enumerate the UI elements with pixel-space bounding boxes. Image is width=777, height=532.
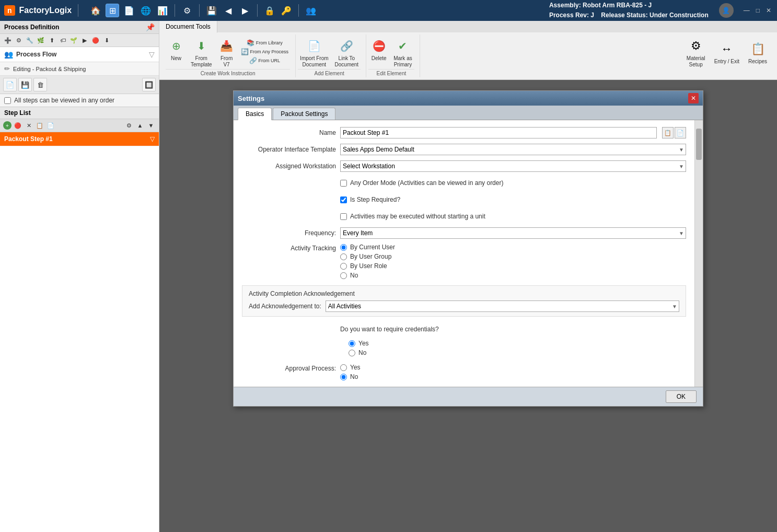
step-tb-6[interactable]: ⚙ — [124, 121, 134, 130]
back-icon[interactable]: ◀ — [222, 4, 235, 17]
maximize-button[interactable]: □ — [755, 7, 761, 14]
ribbon-right: ⚙ MaterialSetup ↔ Entry / Exit 📋 Recipes — [681, 34, 773, 71]
home-icon[interactable]: 🏠 — [89, 4, 102, 17]
radio-approval-yes-input[interactable] — [340, 364, 347, 371]
toolbar-sm-7[interactable]: 🌱 — [69, 36, 78, 45]
step-tb-4[interactable]: 📋 — [35, 121, 44, 130]
dialog-scrollbar[interactable] — [694, 120, 703, 387]
user-avatar[interactable]: 👤 — [719, 3, 734, 18]
close-button[interactable]: ✕ — [764, 7, 773, 14]
any-order-checkbox[interactable] — [4, 97, 11, 104]
create-wi-buttons: ⊕ New ⬇ FromTemplate 📥 FromV7 — [166, 34, 290, 69]
activities-unit-checkbox[interactable] — [340, 213, 347, 220]
users-icon[interactable]: 👥 — [304, 4, 318, 17]
save-icon[interactable]: 💾 — [205, 4, 218, 17]
toolbar-sm-4[interactable]: 🌿 — [36, 36, 45, 45]
tab-basics[interactable]: Basics — [238, 108, 272, 120]
new-icon: ⊕ — [168, 38, 184, 54]
toolbar-sm-2[interactable]: ⚙ — [14, 36, 24, 45]
toolbar-sm-3[interactable]: 🔧 — [25, 36, 34, 45]
name-paste-btn[interactable]: 📄 — [675, 127, 686, 138]
lock-icon[interactable]: 🔒 — [263, 4, 276, 17]
step-tb-5[interactable]: 📄 — [46, 121, 55, 130]
from-v7-icon: 📥 — [218, 38, 235, 54]
doc-btn-1[interactable]: 📄 — [3, 78, 17, 91]
material-setup-btn[interactable]: ⚙ MaterialSetup — [683, 37, 709, 69]
process-flow-expand[interactable]: ▽ — [149, 50, 155, 59]
key-icon[interactable]: 🔑 — [280, 4, 293, 17]
from-library-btn[interactable]: 📚 From Library — [239, 39, 291, 47]
step-required-checkbox[interactable] — [340, 196, 347, 203]
name-copy-btn[interactable]: 📋 — [662, 127, 674, 138]
from-url-btn[interactable]: 🔗 From URL — [239, 56, 291, 65]
radio-approval-yes[interactable]: Yes — [340, 364, 361, 371]
any-order-mode-label[interactable]: Any Order Mode (Activities can be viewed… — [340, 179, 503, 187]
radio-user-role[interactable]: By User Role — [340, 262, 395, 270]
new-btn[interactable]: ⊕ New — [166, 37, 187, 63]
step-tb-7[interactable]: ▲ — [135, 121, 145, 130]
step-tb-8[interactable]: ▼ — [146, 121, 156, 130]
mark-primary-btn[interactable]: ✔ Mark asPrimary — [391, 37, 414, 69]
ribbon-tab-document-tools[interactable]: Document Tools — [159, 21, 217, 33]
toolbar-sm-9[interactable]: 🔴 — [91, 36, 100, 45]
pin-icon[interactable]: 📌 — [146, 23, 155, 31]
entry-exit-btn[interactable]: ↔ Entry / Exit — [712, 40, 741, 66]
minimize-button[interactable]: — — [742, 7, 751, 14]
import-from-document-btn[interactable]: 📄 Import FromDocument — [298, 37, 330, 69]
radio-user-role-input[interactable] — [340, 263, 347, 270]
forward-icon[interactable]: ▶ — [238, 4, 252, 17]
step-tb-3[interactable]: ✕ — [24, 121, 33, 130]
name-field[interactable] — [340, 127, 657, 138]
radio-current-user[interactable]: By Current User — [340, 244, 395, 251]
radio-cred-yes[interactable]: Yes — [349, 340, 369, 347]
radio-approval-no-input[interactable] — [340, 374, 347, 380]
toolbar-sm-8[interactable]: ▶ — [80, 36, 89, 45]
radio-current-user-input[interactable] — [340, 244, 347, 251]
doc-btn-2[interactable]: 💾 — [18, 78, 32, 91]
doc-btn-4[interactable]: 🔲 — [142, 78, 156, 91]
any-order-mode-checkbox[interactable] — [340, 180, 347, 187]
toolbar-sm-10[interactable]: ⬇ — [102, 36, 111, 45]
step-required-label[interactable]: Is Step Required? — [340, 196, 400, 203]
frequency-select[interactable]: Every Item — [340, 227, 686, 239]
doc-btn-3[interactable]: 🗑 — [33, 78, 47, 91]
toolbar-sm-6[interactable]: 🏷 — [58, 36, 67, 45]
link-to-document-btn[interactable]: 🔗 Link ToDocument — [333, 37, 361, 69]
radio-cred-no-input[interactable] — [349, 350, 355, 356]
radio-cred-yes-input[interactable] — [349, 340, 355, 347]
radio-approval-no[interactable]: No — [340, 373, 361, 380]
scrollbar-thumb[interactable] — [696, 129, 702, 160]
process-flow-row[interactable]: 👥 Process Flow ▽ — [0, 47, 159, 62]
from-v7-btn[interactable]: 📥 FromV7 — [216, 37, 237, 69]
report-icon[interactable]: 📊 — [156, 4, 169, 17]
radio-no-tracking[interactable]: No — [340, 272, 395, 279]
toolbar-sm-5[interactable]: ⬆ — [47, 36, 56, 45]
radio-no-tracking-input[interactable] — [340, 272, 347, 279]
release-status-label: Release Status: — [601, 11, 647, 19]
step-add-btn[interactable]: + — [3, 121, 11, 130]
ok-button[interactable]: OK — [666, 390, 697, 403]
from-template-btn[interactable]: ⬇ FromTemplate — [189, 37, 214, 69]
recipes-btn[interactable]: 📋 Recipes — [745, 40, 771, 66]
any-order-checkbox-label[interactable]: All steps can be viewed in any order — [4, 97, 114, 104]
globe-icon[interactable]: 🌐 — [139, 4, 153, 17]
add-ack-select[interactable]: All Activities — [326, 300, 679, 312]
grid-icon[interactable]: ⊞ — [106, 4, 119, 17]
create-work-instruction-group: ⊕ New ⬇ FromTemplate 📥 FromV7 — [164, 34, 296, 77]
document-icon[interactable]: 📄 — [122, 4, 136, 17]
operator-interface-select[interactable]: Sales Apps Demo Default — [340, 144, 686, 155]
radio-cred-no[interactable]: No — [349, 349, 369, 356]
activity-tracking-row: Activity Tracking By Current User By Use… — [242, 244, 686, 279]
radio-user-group-input[interactable] — [340, 253, 347, 260]
activities-unit-label[interactable]: Activities may be executed without start… — [340, 213, 485, 220]
workstation-select[interactable]: Select Workstation — [340, 160, 686, 172]
gear-icon[interactable]: ⚙ — [180, 4, 194, 17]
step-item-1[interactable]: Packout Step #1 ▽ — [0, 132, 159, 146]
add-btn[interactable]: ➕ — [3, 36, 13, 45]
step-tb-2[interactable]: 🔴 — [13, 121, 22, 130]
dialog-close-btn[interactable]: ✕ — [688, 93, 699, 103]
radio-user-group[interactable]: By User Group — [340, 253, 395, 260]
delete-btn[interactable]: ⛔ Delete — [368, 37, 389, 63]
tab-packout-settings[interactable]: Packout Settings — [273, 108, 335, 120]
from-any-process-btn[interactable]: 🔄 From Any Process — [239, 48, 291, 56]
